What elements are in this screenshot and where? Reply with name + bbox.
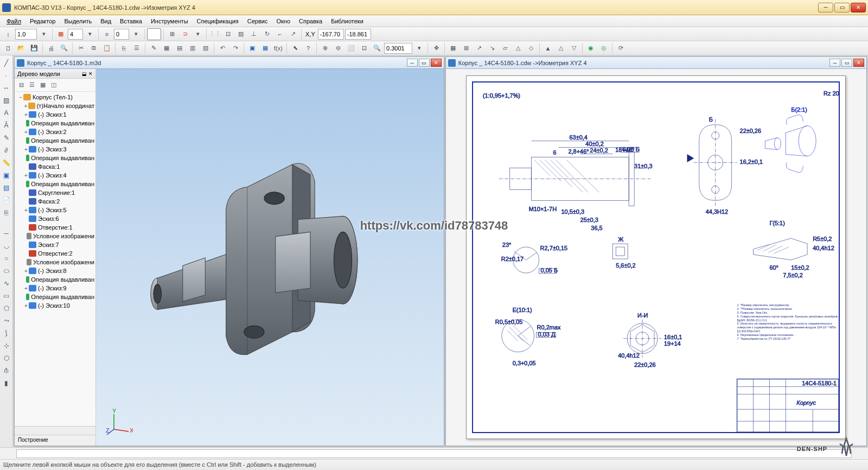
viewport-3d[interactable]: Y X Z bbox=[96, 69, 444, 446]
dropdown-icon[interactable]: ▾ bbox=[84, 28, 96, 40]
section-icon[interactable]: ▱ bbox=[499, 42, 511, 54]
grid-icon[interactable]: ⊞ bbox=[166, 28, 178, 40]
dropdown-icon[interactable]: ▾ bbox=[38, 28, 50, 40]
menu-help[interactable]: Справка bbox=[295, 16, 327, 26]
tree-node[interactable]: Эскиз:6 bbox=[16, 214, 94, 223]
window-close-button[interactable]: ✕ bbox=[851, 3, 866, 12]
tree-node[interactable]: Отверстие:2 bbox=[16, 249, 94, 258]
tree-pin-icon[interactable]: ⬓ ✕ bbox=[82, 71, 93, 77]
tree-node[interactable]: Фаска:2 bbox=[16, 197, 94, 206]
tree-root[interactable]: −Корпус (Тел-1) bbox=[16, 93, 94, 101]
dropdown-icon[interactable]: ▾ bbox=[192, 28, 204, 40]
props-icon[interactable]: ☰ bbox=[131, 42, 143, 54]
mdi-maximize-button[interactable]: ▭ bbox=[419, 59, 430, 67]
window-maximize-button[interactable]: ▭ bbox=[834, 3, 850, 12]
tree-node[interactable]: +(-) Эскиз:10 bbox=[16, 301, 94, 310]
bezier-icon[interactable]: ⤳ bbox=[1, 315, 12, 326]
measure2-icon[interactable]: ↘ bbox=[486, 42, 498, 54]
tree-node[interactable]: +(-) Эскиз:1 bbox=[16, 110, 94, 119]
tree-node[interactable]: +(-) Эскиз:2 bbox=[16, 128, 94, 136]
layer-icon[interactable]: ▦ bbox=[55, 28, 67, 40]
tree-node[interactable]: +(-) Эскиз:5 bbox=[16, 206, 94, 214]
zoom-fit-icon[interactable]: ⊡ bbox=[358, 42, 370, 54]
ortho-icon[interactable]: ⊥ bbox=[248, 28, 260, 40]
zoom-window-icon[interactable]: ⬜ bbox=[345, 42, 357, 54]
tree-node[interactable]: +(т)Начало координат bbox=[16, 101, 94, 110]
equi-icon[interactable]: ⫛ bbox=[1, 365, 12, 376]
paste-icon[interactable]: 📋 bbox=[101, 42, 113, 54]
style5-icon[interactable]: ▧ bbox=[200, 42, 212, 54]
mdi-close-button[interactable]: ✕ bbox=[853, 59, 864, 67]
open-icon[interactable]: 📂 bbox=[15, 42, 27, 54]
sel-icon[interactable]: ▣ bbox=[1, 170, 12, 181]
viewport-2d[interactable]: (1:0,95+1,7%) Rz 20 bbox=[446, 69, 866, 446]
view-icon[interactable]: ◉ bbox=[585, 42, 597, 54]
mdi-minimize-button[interactable]: ─ bbox=[829, 59, 840, 67]
coord-y-input[interactable] bbox=[345, 29, 371, 40]
axis-icon[interactable]: ⊹ bbox=[1, 340, 12, 351]
seg-icon[interactable]: ─ bbox=[1, 228, 12, 239]
tree-node[interactable]: +(-) Эскиз:4 bbox=[16, 171, 94, 180]
dim-icon[interactable]: ↔ bbox=[1, 82, 12, 93]
tree-node[interactable]: Операция выдавливан bbox=[16, 136, 94, 145]
text2-icon[interactable]: Ā bbox=[1, 120, 12, 131]
dropdown-icon[interactable]: ▾ bbox=[130, 28, 142, 40]
tree-node[interactable]: Эскиз:7 bbox=[16, 240, 94, 249]
style2-icon[interactable]: ▦ bbox=[161, 42, 173, 54]
zoom-prev-icon[interactable]: 🔍 bbox=[371, 42, 383, 54]
refresh-icon[interactable]: ⟳ bbox=[615, 42, 627, 54]
dropdown-icon[interactable]: ▾ bbox=[413, 42, 425, 54]
text-icon[interactable]: A bbox=[1, 107, 12, 118]
save-icon[interactable]: 💾 bbox=[28, 42, 40, 54]
spec-icon[interactable]: ▤ bbox=[1, 182, 12, 193]
menu-insert[interactable]: Вставка bbox=[116, 16, 146, 26]
menu-tools[interactable]: Инструменты bbox=[146, 16, 193, 26]
measure-icon[interactable]: 📏 bbox=[1, 157, 12, 168]
aux1-icon[interactable]: ◇ bbox=[525, 42, 537, 54]
tree-header[interactable]: Дерево модели ⬓ ✕ bbox=[15, 69, 95, 79]
menu-file[interactable]: Файл bbox=[2, 16, 25, 26]
menu-view[interactable]: Вид bbox=[96, 16, 116, 26]
magnet-icon[interactable]: ⊃ bbox=[179, 28, 191, 40]
mdi-close-button[interactable]: ✕ bbox=[431, 59, 442, 67]
tree-node[interactable]: +(-) Эскиз:8 bbox=[16, 266, 94, 275]
style-icon[interactable]: ✎ bbox=[148, 42, 159, 54]
render3-icon[interactable]: ▽ bbox=[568, 42, 580, 54]
undo-icon[interactable]: ↶ bbox=[216, 42, 228, 54]
rect-icon[interactable]: ▭ bbox=[1, 290, 12, 301]
window-minimize-button[interactable]: ─ bbox=[818, 3, 833, 12]
vars-icon[interactable]: f(x) bbox=[272, 42, 284, 54]
tree-view1-icon[interactable]: ☰ bbox=[27, 80, 37, 90]
copy-icon[interactable]: ⧉ bbox=[88, 42, 100, 54]
tree-view3-icon[interactable]: ◫ bbox=[49, 80, 59, 90]
menu-spec[interactable]: Спецификация bbox=[193, 16, 243, 26]
new-icon[interactable]: 🗋 bbox=[2, 42, 14, 54]
perp-icon[interactable]: ⌐ bbox=[274, 28, 286, 40]
coord-x-input[interactable] bbox=[318, 29, 344, 40]
tree-node[interactable]: +(-) Эскиз:3 bbox=[16, 145, 94, 154]
model-tree[interactable]: −Корпус (Тел-1) +(т)Начало координат+(-)… bbox=[15, 92, 95, 426]
zoom-input[interactable] bbox=[384, 43, 412, 54]
local-cs-icon[interactable]: ↗ bbox=[287, 28, 299, 40]
color-icon[interactable] bbox=[147, 28, 161, 40]
tree-node[interactable]: Операция выдавливан bbox=[16, 180, 94, 188]
view1-icon[interactable]: ▦ bbox=[447, 42, 459, 54]
tree-node[interactable]: Операция выдавливан bbox=[16, 154, 94, 162]
style3-icon[interactable]: ▤ bbox=[174, 42, 186, 54]
mdi-minimize-button[interactable]: ─ bbox=[407, 59, 418, 67]
lib1-icon[interactable]: ▣ bbox=[246, 42, 258, 54]
cont-icon[interactable]: ⬡ bbox=[1, 353, 12, 364]
step-input[interactable] bbox=[68, 29, 83, 40]
render2-icon[interactable]: △ bbox=[555, 42, 567, 54]
tree-hscrollbar[interactable] bbox=[15, 426, 95, 435]
arc-icon[interactable]: ◡ bbox=[1, 240, 12, 251]
measure-icon[interactable]: ↗ bbox=[473, 42, 485, 54]
linetype-icon[interactable]: ≡ bbox=[101, 28, 113, 40]
tree-node[interactable]: +(-) Эскиз:9 bbox=[16, 284, 94, 293]
report-icon[interactable]: 📄 bbox=[1, 195, 12, 206]
point-icon[interactable]: · bbox=[1, 70, 12, 81]
insert-icon[interactable]: ⎘ bbox=[1, 207, 12, 218]
poly-icon[interactable]: ⬠ bbox=[1, 303, 12, 314]
style4-icon[interactable]: ▥ bbox=[187, 42, 199, 54]
render1-icon[interactable]: ▲ bbox=[542, 42, 554, 54]
